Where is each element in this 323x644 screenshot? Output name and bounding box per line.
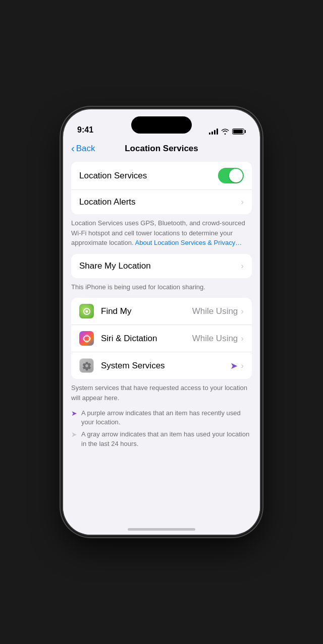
find-my-right: While Using ›: [192, 306, 244, 316]
siri-right: While Using ›: [192, 334, 244, 344]
chevron-right-icon: ›: [241, 334, 244, 344]
toggle-knob: [229, 169, 243, 182]
sharing-description: This iPhone is being used for location s…: [71, 282, 252, 292]
phone-frame: 9:41 ‹: [63, 109, 260, 535]
find-my-icon: [79, 304, 94, 318]
location-description: Location Services uses GPS, Bluetooth, a…: [71, 218, 252, 248]
legend-item-gray: ➤ A gray arrow indicates that an item ha…: [71, 430, 252, 448]
nav-bar: ‹ Back Location Services: [63, 139, 260, 158]
battery-icon: [232, 128, 246, 135]
location-services-label: Location Services: [79, 171, 147, 181]
siri-left: Siri & Dictation: [79, 331, 157, 346]
location-services-toggle[interactable]: [218, 168, 244, 183]
status-time: 9:41: [77, 125, 93, 135]
system-services-desc-text: System services that have requested acce…: [71, 384, 247, 402]
system-services-label: System Services: [101, 361, 165, 371]
find-my-label: Find My: [101, 306, 131, 316]
purple-legend-text: A purple arrow indicates that an item ha…: [81, 409, 252, 427]
location-alerts-right: ›: [241, 197, 244, 207]
gray-legend-text: A gray arrow indicates that an item has …: [81, 430, 252, 448]
siri-row[interactable]: Siri & Dictation While Using ›: [71, 325, 252, 352]
chevron-right-icon: ›: [241, 306, 244, 316]
system-left: System Services: [79, 358, 165, 373]
legend: ➤ A purple arrow indicates that an item …: [71, 409, 252, 448]
siri-label: Siri & Dictation: [101, 334, 157, 344]
signal-icon: [209, 128, 218, 135]
share-my-location-label: Share My Location: [79, 261, 151, 271]
back-chevron-icon: ‹: [71, 143, 75, 154]
system-services-icon: [79, 358, 94, 373]
share-location-section: Share My Location ›: [71, 254, 252, 278]
purple-arrow-icon: ➤: [71, 409, 77, 417]
privacy-link[interactable]: About Location Services & Privacy…: [135, 239, 242, 246]
find-my-left: Find My: [79, 304, 131, 318]
page-title: Location Services: [125, 144, 198, 154]
wifi-icon: [221, 128, 229, 135]
screen: ‹ Back Location Services Location Servic…: [63, 139, 260, 535]
svg-point-1: [85, 310, 88, 312]
back-button[interactable]: ‹ Back: [71, 144, 95, 154]
legend-item-purple: ➤ A purple arrow indicates that an item …: [71, 409, 252, 427]
system-services-description: System services that have requested acce…: [71, 383, 252, 403]
chevron-right-icon: ›: [241, 197, 244, 207]
share-location-right: ›: [241, 261, 244, 271]
location-alerts-label: Location Alerts: [79, 197, 136, 207]
share-my-location-row[interactable]: Share My Location ›: [71, 254, 252, 278]
sharing-description-text: This iPhone is being used for location s…: [71, 283, 205, 291]
location-arrow-purple-icon: ➤: [230, 360, 238, 371]
location-alerts-row[interactable]: Location Alerts ›: [71, 190, 252, 214]
apps-section: Find My While Using ›: [71, 298, 252, 379]
location-settings-section: Location Services Location Alerts ›: [71, 162, 252, 214]
status-icons: [209, 128, 246, 135]
siri-value: While Using: [192, 334, 238, 344]
siri-icon: [79, 331, 94, 346]
back-label: Back: [76, 144, 95, 154]
gray-arrow-icon: ➤: [71, 430, 77, 438]
chevron-right-icon: ›: [241, 261, 244, 271]
find-my-row[interactable]: Find My While Using ›: [71, 298, 252, 325]
find-my-value: While Using: [192, 306, 238, 316]
system-services-row[interactable]: System Services ➤ ›: [71, 352, 252, 379]
chevron-right-icon: ›: [241, 361, 244, 371]
system-right: ➤ ›: [230, 360, 244, 371]
dynamic-island: [131, 116, 192, 134]
home-indicator: [128, 528, 195, 531]
location-services-row[interactable]: Location Services: [71, 162, 252, 190]
